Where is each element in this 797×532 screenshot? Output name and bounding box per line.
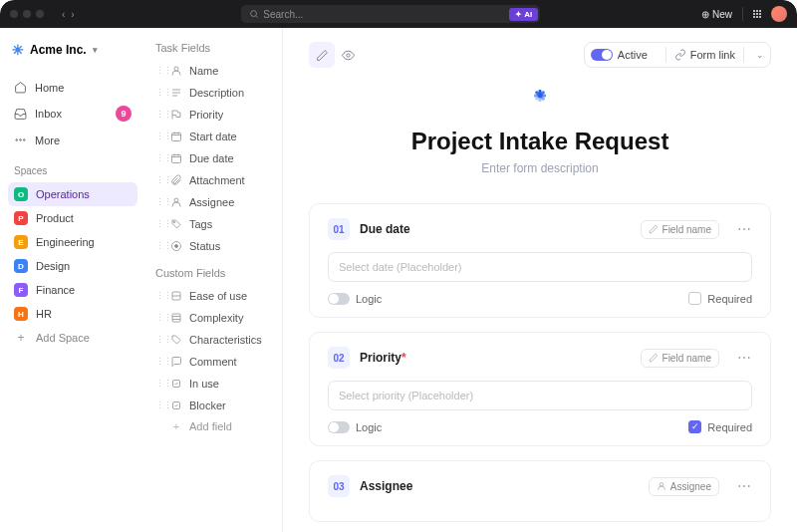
space-badge: O [14,187,28,201]
new-button[interactable]: ⊕ New [701,9,732,20]
field-label: Status [189,240,220,252]
drag-handle-icon[interactable]: ⋮⋮ [155,153,163,163]
required-checkbox[interactable] [688,420,701,433]
space-badge: F [14,283,28,297]
drag-handle-icon[interactable]: ⋮⋮ [155,357,163,367]
preview-mode-button[interactable] [335,42,361,68]
drag-handle-icon[interactable]: ⋮⋮ [155,400,163,410]
field-placeholder-input[interactable]: Select priority (Placeholder) [328,381,752,410]
svg-point-16 [660,483,663,486]
field-type-icon [169,239,183,253]
sidebar-space-hr[interactable]: HHR [8,302,137,326]
form-field-card[interactable]: 01Due dateField name⋯Select date (Placeh… [309,203,771,318]
spaces-label: Spaces [8,151,137,182]
add-field-button[interactable]: + Add field [155,416,278,436]
drag-handle-icon[interactable]: ⋮⋮ [155,241,163,251]
sidebar-space-engineering[interactable]: EEngineering [8,230,137,254]
more-menu-icon[interactable]: ⋯ [729,350,752,366]
form-title[interactable]: Project Intake Request [309,128,771,155]
field-name-chip[interactable]: Field name [641,220,719,239]
field-title[interactable]: Priority* [360,351,406,365]
space-badge: E [14,235,28,249]
field-label: Characteristics [189,334,262,346]
form-link-button[interactable]: Form link [674,49,735,61]
field-label: Priority [189,109,223,121]
sidebar-space-finance[interactable]: FFinance [8,278,137,302]
field-type-icon [169,173,183,187]
field-type-icon [169,217,183,231]
field-in-use[interactable]: ⋮⋮In use [155,373,278,395]
field-priority[interactable]: ⋮⋮Priority [155,104,278,126]
field-title[interactable]: Assignee [360,479,412,493]
field-complexity[interactable]: ⋮⋮Complexity [155,307,278,329]
drag-handle-icon[interactable]: ⋮⋮ [155,88,163,98]
field-description[interactable]: ⋮⋮Description [155,82,278,104]
sidebar-space-product[interactable]: PProduct [8,206,137,230]
drag-handle-icon[interactable]: ⋮⋮ [155,197,163,207]
drag-handle-icon[interactable]: ⋮⋮ [155,175,163,185]
form-field-card[interactable]: 02Priority*Field name⋯Select priority (P… [309,332,771,446]
required-checkbox[interactable] [688,292,701,305]
drag-handle-icon[interactable]: ⋮⋮ [155,379,163,389]
sidebar-space-operations[interactable]: OOperations [8,182,137,206]
drag-handle-icon[interactable]: ⋮⋮ [155,291,163,301]
active-toggle[interactable] [591,49,613,61]
edit-mode-button[interactable] [309,42,335,68]
drag-handle-icon[interactable]: ⋮⋮ [155,132,163,141]
nav-home[interactable]: Home [8,76,137,99]
more-menu-icon[interactable]: ⋯ [729,478,752,494]
logic-toggle[interactable] [328,421,350,433]
drag-handle-icon[interactable]: ⋮⋮ [155,335,163,345]
more-menu-icon[interactable]: ⋯ [729,221,752,237]
drag-handle-icon[interactable]: ⋮⋮ [155,313,163,323]
field-placeholder-input[interactable]: Select date (Placeholder) [328,252,752,282]
add-space-button[interactable]: + Add Space [8,326,137,350]
logic-label: Logic [356,293,382,305]
field-type-icon [169,289,183,303]
field-ease-of-use[interactable]: ⋮⋮Ease of use [155,285,278,307]
field-assignee[interactable]: ⋮⋮Assignee [155,191,278,213]
field-label: Complexity [189,312,243,324]
field-start-date[interactable]: ⋮⋮Start date [155,126,278,147]
field-comment[interactable]: ⋮⋮Comment [155,351,278,373]
sidebar-space-design[interactable]: DDesign [8,254,137,278]
field-attachment[interactable]: ⋮⋮Attachment [155,169,278,191]
field-name-chip[interactable]: Field name [641,349,719,368]
chevron-down-icon[interactable]: ⌄ [752,50,764,60]
required-label: Required [707,421,752,433]
field-name-chip[interactable]: Assignee [649,477,719,496]
field-number: 02 [328,347,350,369]
drag-handle-icon[interactable]: ⋮⋮ [155,66,163,76]
field-name[interactable]: ⋮⋮Name [155,60,278,82]
form-field-card[interactable]: 03AssigneeAssignee⋯ [309,460,771,522]
field-due-date[interactable]: ⋮⋮Due date [155,147,278,169]
drag-handle-icon[interactable]: ⋮⋮ [155,219,163,229]
field-label: Name [189,65,218,77]
field-title[interactable]: Due date [360,222,410,236]
workspace-switcher[interactable]: ✳ Acme Inc. ▾ [8,38,137,62]
svg-point-1 [20,139,22,141]
field-label: Tags [189,218,212,230]
home-icon [14,81,27,94]
logic-toggle[interactable] [328,293,350,305]
avatar[interactable] [771,6,787,22]
svg-point-7 [174,198,178,202]
field-label: Assignee [189,196,234,208]
nav-back-icon[interactable]: ‹ [62,9,65,20]
drag-handle-icon[interactable]: ⋮⋮ [155,110,163,120]
nav-inbox[interactable]: Inbox 9 [8,101,137,127]
ai-badge[interactable]: ✦ AI [509,8,538,21]
field-status[interactable]: ⋮⋮Status [155,235,278,257]
apps-grid-icon[interactable] [753,10,761,18]
field-label: Due date [189,152,234,164]
field-label: Start date [189,131,237,142]
nav-more[interactable]: More [8,129,137,151]
form-subtitle[interactable]: Enter form description [309,161,771,175]
field-characteristics[interactable]: ⋮⋮Characteristics [155,329,278,351]
custom-fields-label: Custom Fields [155,265,278,285]
field-blocker[interactable]: ⋮⋮Blocker [155,395,278,416]
search-input[interactable]: Search... ✦ AI [241,5,540,23]
nav-forward-icon[interactable]: › [71,9,74,20]
field-type-icon [169,108,183,122]
field-tags[interactable]: ⋮⋮Tags [155,213,278,235]
